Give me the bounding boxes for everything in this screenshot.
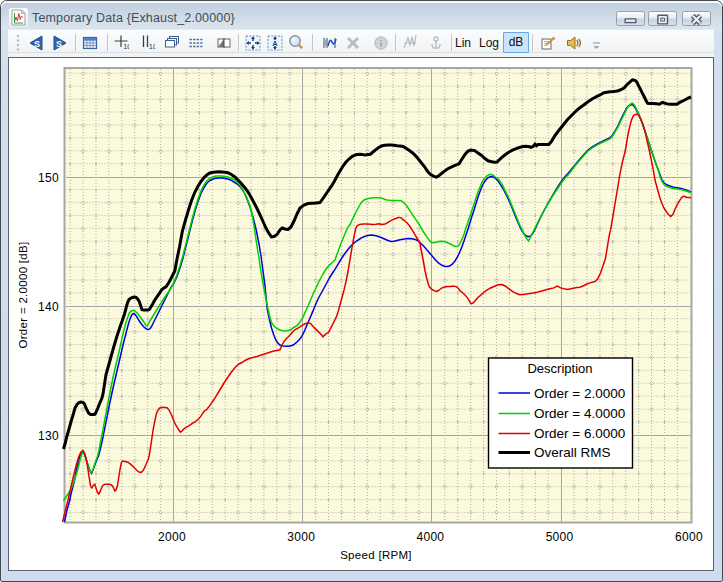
svg-text:Order = 2.0000: Order = 2.0000 — [534, 386, 625, 401]
svg-text:Description: Description — [527, 361, 592, 376]
svg-text:150: 150 — [38, 171, 59, 185]
svg-text:4000: 4000 — [416, 530, 444, 544]
svg-text:Overall RMS: Overall RMS — [534, 445, 611, 460]
svg-text:140: 140 — [38, 300, 59, 314]
svg-text:130: 130 — [38, 429, 59, 443]
svg-text:6000: 6000 — [675, 530, 703, 544]
svg-text:2000: 2000 — [158, 530, 186, 544]
svg-text:3000: 3000 — [287, 530, 315, 544]
svg-text:Speed [RPM]: Speed [RPM] — [340, 549, 412, 561]
svg-text:Order = 6.0000: Order = 6.0000 — [534, 426, 625, 441]
svg-text:5000: 5000 — [546, 530, 574, 544]
svg-text:Order = 2.0000 [dB]: Order = 2.0000 [dB] — [17, 241, 29, 348]
svg-text:Order = 4.0000: Order = 4.0000 — [534, 406, 625, 421]
